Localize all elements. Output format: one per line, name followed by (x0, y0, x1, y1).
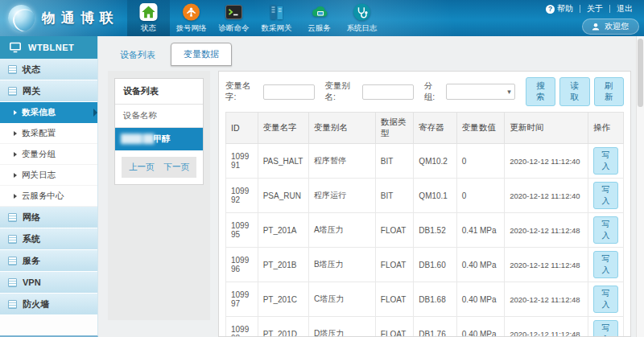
sidebar-subitem-data-config[interactable]: 数采配置 (0, 123, 97, 144)
group-select[interactable]: ▾ (446, 84, 515, 100)
terminal-icon (224, 2, 244, 22)
sidebar-item-system[interactable]: 系统 (0, 228, 97, 250)
list-icon (8, 87, 17, 96)
column-header-name: 变量名字 (258, 113, 308, 144)
table-cell: 2020-12-12 11:12:48 (505, 248, 588, 282)
sidebar-item-status[interactable]: 状态 (0, 59, 97, 80)
cloud-icon (309, 2, 329, 22)
about-link[interactable]: 关于 (580, 2, 609, 15)
list-icon (8, 257, 17, 265)
table-cell: PT_201A (258, 213, 308, 248)
variable-name-input[interactable] (263, 84, 315, 100)
device-list-item-selected[interactable]: ████ ██甲醇 (115, 128, 203, 150)
write-button[interactable]: 写入 (593, 147, 618, 175)
variable-alias-input[interactable] (362, 84, 414, 100)
variable-name-label: 变量名字: (225, 80, 259, 103)
sidebar-item-gateway[interactable]: 网关 (0, 80, 97, 102)
logo-text: 物通博联 (42, 9, 119, 27)
read-button[interactable]: 读取 (559, 77, 589, 106)
sidebar-subitem-gateway-log[interactable]: 网关日志 (0, 165, 97, 186)
help-link[interactable]: ?帮助 (539, 2, 580, 15)
device-next-page-link[interactable]: 下一页 (164, 162, 190, 173)
nav-item-diagnostic-command[interactable]: 诊断命令 (213, 0, 255, 36)
device-name-header: 设备名称 (115, 105, 203, 128)
table-row: 109998PT_201DD塔压力FLOATDB1.760.40 MPa2020… (226, 317, 624, 337)
device-name-redacted: ████ ██ (121, 134, 154, 143)
write-button[interactable]: 写入 (593, 216, 618, 244)
table-cell: C塔压力 (308, 282, 375, 317)
table-cell: 2020-12-12 11:12:48 (505, 213, 588, 248)
page-scrollbar[interactable] (636, 36, 644, 337)
home-icon (138, 2, 159, 22)
sidebar-subitem-variable-group[interactable]: 变量分组 (0, 144, 97, 165)
table-cell: 2020-12-12 11:12:48 (505, 317, 588, 337)
table-cell: 109991 (226, 144, 258, 179)
table-cell: 程序暂停 (308, 144, 375, 179)
welcome-user-button[interactable]: 欢迎您 (582, 18, 639, 35)
monitor-icon (9, 42, 22, 53)
sidebar-subitem-data-info[interactable]: 数采信息 (0, 102, 97, 123)
table-cell: D塔压力 (308, 317, 375, 337)
write-button[interactable]: 写入 (593, 182, 618, 209)
nav-item-system-log[interactable]: 系统日志 (341, 0, 383, 36)
column-header-id: ID (226, 113, 258, 144)
device-name-suffix: 甲醇 (154, 134, 171, 143)
tab-variable-data[interactable]: 变量数据 (171, 43, 232, 66)
table-cell: PT_201D (258, 317, 308, 337)
scrollbar-thumb[interactable] (638, 39, 643, 107)
device-pager: 上一页 下一页 (122, 157, 196, 178)
column-header-register: 寄存器 (414, 113, 456, 144)
list-icon (8, 278, 17, 287)
search-button[interactable]: 搜索 (526, 77, 555, 106)
variable-table-body: 109991PAS_HALT程序暂停BITQM10.202020-12-12 1… (226, 144, 624, 337)
tab-device-list[interactable]: 设备列表 (108, 44, 167, 66)
table-cell-action: 写入 (588, 144, 624, 179)
sidebar-item-firewall[interactable]: 防火墙 (0, 294, 97, 315)
table-cell: BIT (375, 144, 414, 179)
table-row: 109996PT_201BB塔压力FLOATDB1.600.40 MPa2020… (226, 248, 624, 282)
filter-bar: 变量名字: 变量别名: 分组: ▾ 搜索 读取 刷新 (219, 72, 630, 112)
sidebar-subitem-cloud-center[interactable]: 云服务中心 (0, 186, 97, 207)
table-cell: DB1.60 (414, 248, 456, 282)
table-row: 109991PAS_HALT程序暂停BITQM10.202020-12-12 1… (226, 144, 624, 179)
table-cell: DB1.76 (414, 317, 456, 337)
device-list-title: 设备列表 (115, 79, 203, 105)
nav-item-dial-network[interactable]: 拨号网络 (170, 0, 213, 36)
top-nav: 状态 拨号网络 诊断命令 数采网关 云服务 系统日志 (127, 0, 383, 36)
top-links: ?帮助 关于 退出 (539, 2, 639, 15)
variable-table: ID 变量名字 变量别名 数据类型 寄存器 变量数值 更新时间 操作 10999… (225, 112, 624, 337)
table-cell: 109996 (226, 248, 258, 282)
nav-item-cloud-service[interactable]: 云服务 (298, 0, 341, 36)
device-prev-page-link[interactable]: 上一页 (129, 162, 155, 173)
sidebar-item-vpn[interactable]: VPN (0, 272, 97, 294)
nav-label: 状态 (141, 23, 156, 34)
table-cell: DB1.52 (414, 213, 456, 248)
write-button[interactable]: 写入 (593, 320, 618, 337)
sidebar-item-network[interactable]: 网络 (0, 207, 97, 228)
list-icon (8, 235, 17, 244)
table-row: 109992PSA_RUN程序运行BITQM10.102020-12-12 11… (226, 179, 624, 213)
table-cell: QM10.2 (414, 144, 456, 179)
table-cell: 0 (456, 144, 504, 179)
table-cell-action: 写入 (588, 248, 624, 282)
table-cell: PAS_HALT (258, 144, 308, 179)
table-cell: 109998 (226, 317, 258, 337)
table-cell: 0.41 MPa (456, 213, 504, 248)
refresh-button[interactable]: 刷新 (594, 77, 624, 106)
variable-data-card: 变量名字: 变量别名: 分组: ▾ 搜索 读取 刷新 (218, 71, 631, 337)
sidebar-item-service[interactable]: 服务 (0, 250, 97, 272)
caret-right-icon (14, 194, 17, 199)
write-button[interactable]: 写入 (593, 286, 618, 313)
column-header-type: 数据类型 (375, 113, 414, 144)
write-button[interactable]: 写入 (593, 251, 618, 278)
caret-right-icon (14, 110, 17, 115)
gateway-icon (266, 2, 287, 22)
logout-link[interactable]: 退出 (610, 2, 639, 15)
list-icon (8, 65, 17, 74)
table-cell: 0.40 MPa (456, 248, 504, 282)
nav-item-data-gateway[interactable]: 数采网关 (255, 0, 298, 36)
table-cell: 0.40 MPa (456, 282, 504, 317)
nav-item-status[interactable]: 状态 (127, 0, 170, 36)
table-cell: BIT (375, 179, 414, 213)
table-cell: 2020-12-12 11:12:40 (505, 179, 588, 213)
